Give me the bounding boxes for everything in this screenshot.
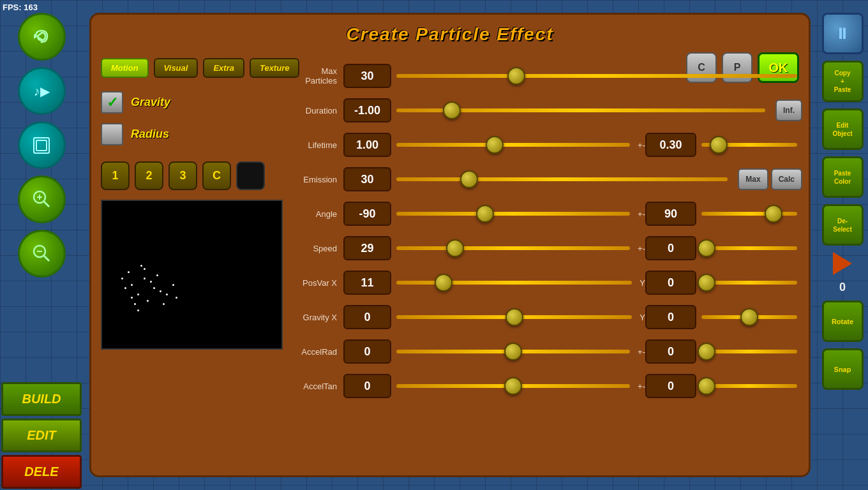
particle-dot bbox=[147, 300, 149, 302]
undo-button[interactable] bbox=[18, 13, 66, 61]
param-row-lifetime: Lifetime1.00+-0.30 bbox=[292, 128, 802, 161]
radius-label: Radius bbox=[131, 128, 169, 141]
slider-thumb2-6[interactable] bbox=[698, 274, 715, 292]
edit-button[interactable]: EDIT bbox=[1, 419, 82, 452]
param-label-4: Angle bbox=[292, 209, 343, 219]
zoom-out-button[interactable] bbox=[18, 230, 66, 278]
zoom-in-button[interactable] bbox=[18, 175, 66, 223]
param-value-5[interactable]: 29 bbox=[343, 236, 391, 260]
deselect-button[interactable]: De-Select bbox=[822, 204, 864, 246]
particle-dot bbox=[153, 287, 155, 289]
rotate-button[interactable]: Rotate bbox=[822, 301, 864, 342]
slider2-2[interactable] bbox=[701, 138, 797, 151]
slider-2[interactable] bbox=[396, 138, 630, 151]
edge-number: 0 bbox=[839, 281, 846, 294]
frame-button[interactable] bbox=[18, 121, 66, 169]
param-value-1[interactable]: -1.00 bbox=[343, 98, 391, 122]
slider-thumb2-4[interactable] bbox=[765, 205, 782, 223]
gravity-option-row: ✓ Gravity bbox=[101, 91, 254, 114]
extra-value-8[interactable]: 0 bbox=[645, 339, 696, 364]
slider2-4[interactable] bbox=[701, 207, 797, 220]
num-btn-3[interactable]: 3 bbox=[168, 161, 197, 190]
copy-paste-button[interactable]: Copy+Paste bbox=[822, 61, 864, 102]
preview-canvas bbox=[101, 200, 283, 350]
slider2-7[interactable] bbox=[701, 311, 797, 323]
param-row-angle: Angle-90+-90 bbox=[292, 197, 802, 230]
slider-thumb-6[interactable] bbox=[435, 274, 453, 292]
paste-color-button[interactable]: PasteColor bbox=[822, 156, 864, 198]
music-button[interactable]: ♪▶ bbox=[18, 67, 66, 115]
slider-thumb-3[interactable] bbox=[460, 170, 478, 188]
slider-thumb2-9[interactable] bbox=[698, 377, 715, 395]
slider-thumb-0[interactable] bbox=[507, 67, 525, 85]
num-btn-1[interactable]: 1 bbox=[101, 161, 130, 190]
extra-symbol-7: Y bbox=[640, 313, 645, 322]
calc-button-3[interactable]: Calc bbox=[771, 168, 802, 190]
slider-thumb2-7[interactable] bbox=[740, 308, 758, 326]
snap-button[interactable]: Snap bbox=[822, 348, 864, 390]
param-label-3: Emission bbox=[292, 175, 343, 184]
slider-thumb2-8[interactable] bbox=[698, 343, 715, 360]
slider-7[interactable] bbox=[396, 311, 632, 323]
tab-motion[interactable]: Motion bbox=[101, 58, 149, 78]
extra-value-4[interactable]: 90 bbox=[645, 202, 696, 226]
slider-thumb2-2[interactable] bbox=[710, 136, 728, 154]
extra-value-5[interactable]: 0 bbox=[645, 236, 696, 260]
particle-dot bbox=[176, 297, 177, 299]
param-value-0[interactable]: 30 bbox=[343, 64, 391, 88]
slider-8[interactable] bbox=[396, 345, 630, 358]
param-value-3[interactable]: 30 bbox=[343, 167, 391, 191]
edit-object-button[interactable]: EditObject bbox=[822, 108, 864, 150]
pause-button[interactable]: ⏸ bbox=[822, 13, 864, 54]
extra-value-2[interactable]: 0.30 bbox=[645, 133, 696, 157]
param-value-6[interactable]: 11 bbox=[343, 271, 391, 295]
slider-thumb-1[interactable] bbox=[443, 101, 461, 119]
slider-thumb-4[interactable] bbox=[476, 205, 494, 223]
param-value-8[interactable]: 0 bbox=[343, 339, 391, 364]
gravity-checkbox[interactable]: ✓ bbox=[101, 91, 123, 114]
slider2-8[interactable] bbox=[701, 345, 797, 358]
slider-thumb2-5[interactable] bbox=[698, 239, 715, 257]
extra-value-6[interactable]: 0 bbox=[645, 271, 696, 295]
slider2-6[interactable] bbox=[701, 276, 797, 289]
slider2-9[interactable] bbox=[701, 380, 797, 392]
fps-counter: FPS: 163 bbox=[3, 3, 38, 12]
extra-value-9[interactable]: 0 bbox=[645, 374, 696, 398]
slider-thumb-7[interactable] bbox=[505, 308, 523, 326]
slider-9[interactable] bbox=[396, 380, 630, 392]
inf-button-1[interactable]: Inf. bbox=[775, 100, 802, 121]
slider-track-6 bbox=[396, 281, 632, 285]
slider-track2-6 bbox=[701, 281, 797, 285]
slider2-5[interactable] bbox=[701, 242, 797, 255]
max-button-3[interactable]: Max bbox=[738, 168, 768, 190]
slider-thumb-2[interactable] bbox=[486, 136, 504, 154]
svg-line-8 bbox=[44, 256, 49, 261]
extra-value-7[interactable]: 0 bbox=[645, 305, 696, 329]
radius-checkbox[interactable] bbox=[101, 123, 123, 145]
tab-extra[interactable]: Extra bbox=[203, 58, 244, 78]
num-btn-2[interactable]: 2 bbox=[135, 161, 163, 190]
param-value-7[interactable]: 0 bbox=[343, 305, 391, 329]
param-value-4[interactable]: -90 bbox=[343, 202, 391, 226]
build-button[interactable]: BUILD bbox=[1, 382, 82, 416]
svg-rect-2 bbox=[36, 140, 47, 151]
num-btn-c[interactable]: C bbox=[202, 161, 231, 190]
slider-track-5 bbox=[396, 246, 630, 250]
param-value-2[interactable]: 1.00 bbox=[343, 133, 391, 157]
slider-1[interactable] bbox=[396, 104, 765, 117]
slider-thumb-5[interactable] bbox=[446, 239, 464, 257]
num-btn-black[interactable] bbox=[236, 161, 265, 190]
tab-visual[interactable]: Visual bbox=[154, 58, 198, 78]
slider-thumb-8[interactable] bbox=[504, 343, 522, 360]
param-row-accelrad: AccelRad0+-0 bbox=[292, 335, 802, 368]
slider-thumb-9[interactable] bbox=[504, 377, 522, 395]
slider-6[interactable] bbox=[396, 276, 632, 289]
slider-5[interactable] bbox=[396, 242, 630, 255]
param-value-9[interactable]: 0 bbox=[343, 374, 391, 398]
particle-dot bbox=[121, 278, 123, 279]
play-triangle[interactable] bbox=[832, 252, 854, 274]
slider-0[interactable] bbox=[396, 70, 797, 82]
slider-4[interactable] bbox=[396, 207, 630, 220]
slider-3[interactable] bbox=[396, 173, 728, 186]
delete-button[interactable]: DELE bbox=[1, 455, 82, 489]
